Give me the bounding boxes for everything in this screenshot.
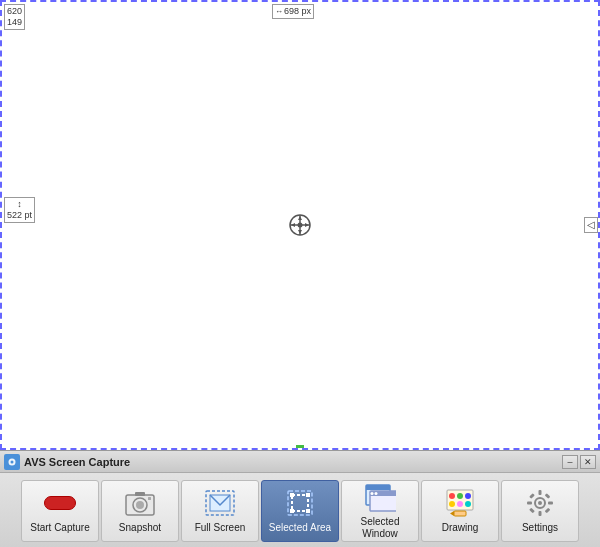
svg-rect-46 [545,493,551,499]
svg-point-34 [449,501,455,507]
svg-rect-43 [527,502,532,505]
start-capture-icon [44,487,76,519]
svg-marker-6 [305,223,309,227]
full-screen-button[interactable]: Full Screen [181,480,259,542]
svg-rect-44 [548,502,553,505]
start-capture-button[interactable]: Start Capture [21,480,99,542]
full-screen-label: Full Screen [195,522,246,534]
snapshot-label: Snapshot [119,522,161,534]
svg-point-36 [465,501,471,507]
height-dimension-label: ↕ 522 pt [4,197,35,223]
selected-area-button[interactable]: Selected Area [261,480,339,542]
close-button[interactable]: ✕ [580,455,596,469]
selected-area-icon [284,487,316,519]
svg-rect-25 [366,485,390,490]
app-icon [4,454,20,470]
snapshot-icon [124,487,156,519]
svg-marker-3 [298,216,302,220]
svg-rect-22 [290,509,294,513]
svg-point-28 [371,492,374,495]
crosshair-icon [288,213,312,237]
settings-label: Settings [522,522,558,534]
svg-rect-27 [370,491,396,496]
drawing-label: Drawing [442,522,479,534]
snapshot-button[interactable]: Snapshot [101,480,179,542]
toolbar-buttons-row: Start Capture Snapshot [0,473,600,547]
window-title: AVS Screen Capture [24,456,562,468]
svg-point-35 [457,501,463,507]
svg-rect-41 [539,490,542,495]
svg-rect-21 [306,493,310,497]
settings-button[interactable]: Settings [501,480,579,542]
full-screen-icon [204,487,236,519]
svg-rect-14 [135,492,145,496]
svg-marker-38 [450,511,454,516]
svg-marker-5 [291,223,295,227]
right-handle: ◁ [584,217,598,233]
svg-rect-48 [545,508,551,514]
svg-point-7 [298,223,303,228]
svg-rect-45 [529,493,535,499]
selected-area-label: Selected Area [269,522,331,534]
drawing-icon [444,487,476,519]
svg-rect-19 [292,495,308,511]
svg-marker-4 [298,230,302,234]
drawing-button[interactable]: Drawing [421,480,499,542]
taskbar: AVS Screen Capture – ✕ Start Capture [0,450,600,547]
selected-window-icon [364,481,396,513]
svg-rect-20 [290,493,294,497]
minimize-button[interactable]: – [562,455,578,469]
selected-window-button[interactable]: Selected Window [341,480,419,542]
title-controls: – ✕ [562,455,596,469]
width-dimension-label: ↔ 698 px [272,4,314,19]
svg-point-33 [465,493,471,499]
svg-rect-42 [539,511,542,516]
start-capture-label: Start Capture [30,522,89,534]
capture-area: ↔ 698 px 620 149 ↕ 522 pt ◁ [0,0,600,450]
svg-point-40 [538,501,542,505]
selected-window-label: Selected Window [346,516,414,540]
svg-point-13 [136,501,144,509]
svg-point-31 [449,493,455,499]
svg-rect-37 [454,511,466,516]
position-label: 620 149 [4,4,25,30]
svg-rect-47 [529,508,535,514]
svg-point-29 [375,492,378,495]
svg-rect-23 [306,509,310,513]
bottom-handle [296,445,304,449]
settings-icon [524,487,556,519]
title-bar: AVS Screen Capture – ✕ [0,451,600,473]
svg-rect-15 [148,497,151,500]
svg-point-32 [457,493,463,499]
svg-point-10 [11,460,14,463]
